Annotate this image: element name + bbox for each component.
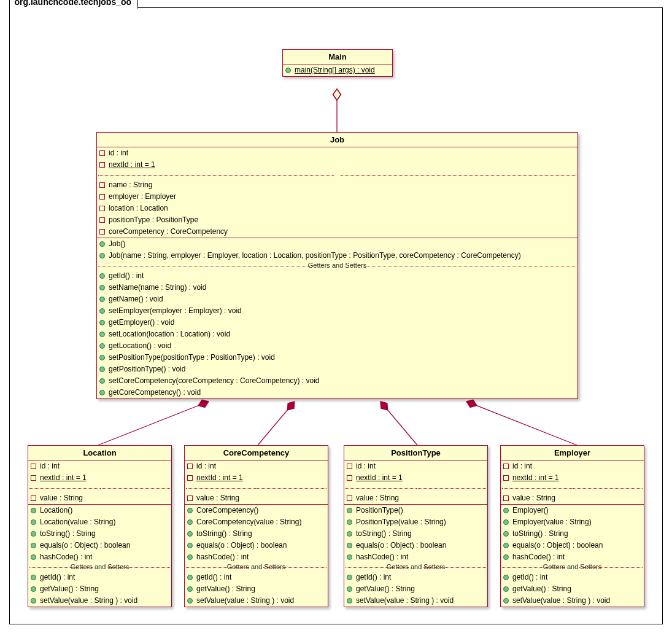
class-employer: Employerid : intnextId : int = 1value : … <box>500 445 644 607</box>
fields-section: id : intnextId : int = 1name : Stringemp… <box>97 147 577 238</box>
method-text: toString() : String <box>40 529 96 539</box>
method-row: toString() : String <box>28 528 171 540</box>
separator-label: Getters and Setters <box>306 262 369 269</box>
method-text: getValue() : String <box>196 584 255 594</box>
method-text: getCoreCompetency() : void <box>109 387 201 398</box>
method-row: equals(o : Object) : boolean <box>501 540 644 551</box>
private-field-icon <box>99 206 105 211</box>
method-text: setValue(value : String ) : void <box>40 596 137 606</box>
public-method-icon <box>347 598 352 604</box>
method-text: main(String[] args) : void <box>295 65 375 76</box>
private-field-icon <box>187 495 193 501</box>
public-method-icon <box>31 575 36 580</box>
method-text: getId() : int <box>109 271 144 281</box>
section-separator: Getters and Setters <box>344 563 487 572</box>
section-separator <box>501 484 644 492</box>
public-method-icon <box>187 598 193 604</box>
method-text: equals(o : Object) : boolean <box>196 540 287 551</box>
method-row: setValue(value : String ) : void <box>28 595 171 607</box>
field-text: id : int <box>40 461 60 472</box>
field-row: id : int <box>97 147 577 159</box>
method-text: getValue() : String <box>40 584 99 594</box>
methods-section: Job()Job(name : String, employer : Emplo… <box>97 238 577 398</box>
method-text: Location() <box>40 505 72 516</box>
method-text: getValue() : String <box>512 584 571 594</box>
method-text: Employer() <box>512 505 549 516</box>
private-field-icon <box>347 495 352 501</box>
fields-section: id : intnextId : int = 1value : String <box>501 460 644 505</box>
class-main: Main main(String[] args) : void <box>282 49 393 77</box>
method-row: setName(name : String) : void <box>97 282 577 293</box>
uml-diagram: org.launchcode.techjobs_oo Main main(Str… <box>0 0 672 633</box>
private-field-icon <box>31 464 36 469</box>
method-row: Employer(value : String) <box>501 516 644 528</box>
field-row: value : String <box>501 492 644 504</box>
method-row: hashCode() : int <box>344 551 487 563</box>
method-text: equals(o : Object) : boolean <box>512 540 603 551</box>
public-method-icon <box>31 598 36 604</box>
public-method-icon <box>99 367 105 372</box>
method-row: setValue(value : String ) : void <box>344 595 487 607</box>
section-separator: Getters and Setters <box>28 563 171 572</box>
fields-section: id : intnextId : int = 1value : String <box>185 460 328 505</box>
method-row: main(String[] args) : void <box>283 64 392 76</box>
method-text: Job(name : String, employer : Employer, … <box>109 250 521 261</box>
public-method-icon <box>503 531 509 537</box>
class-positiontype: PositionTypeid : intnextId : int = 1valu… <box>344 445 488 607</box>
field-row: id : int <box>501 460 644 472</box>
class-title: Job <box>97 133 577 147</box>
public-method-icon <box>99 273 105 279</box>
field-row: coreCompetency : CoreCompetency <box>97 226 577 238</box>
method-row: PositionType() <box>344 505 487 516</box>
field-row: value : String <box>344 492 487 504</box>
class-title: PositionType <box>344 446 487 460</box>
section-separator <box>344 484 487 492</box>
public-method-icon <box>99 297 105 302</box>
field-row: nextId : int = 1 <box>97 159 577 171</box>
method-row: toString() : String <box>185 528 328 540</box>
method-row: hashCode() : int <box>501 551 644 563</box>
public-method-icon <box>503 519 509 525</box>
public-method-icon <box>187 586 193 592</box>
method-text: toString() : String <box>512 529 568 539</box>
section-separator: Getters and Setters <box>501 563 644 572</box>
private-field-icon <box>187 464 193 469</box>
public-method-icon <box>503 586 509 592</box>
field-text: nextId : int = 1 <box>196 473 243 483</box>
method-row: setValue(value : String ) : void <box>185 595 328 607</box>
field-text: coreCompetency : CoreCompetency <box>109 227 228 237</box>
public-method-icon <box>99 332 105 337</box>
method-row: setPositionType(positionType : PositionT… <box>97 352 577 363</box>
public-method-icon <box>347 531 352 537</box>
public-method-icon <box>187 554 193 560</box>
method-row: setEmployer(employer : Employer) : void <box>97 305 577 317</box>
method-row: getId() : int <box>344 572 487 583</box>
method-text: getPositionType() : void <box>109 364 185 375</box>
method-row: getName() : void <box>97 293 577 305</box>
public-method-icon <box>31 554 36 560</box>
private-field-icon <box>99 182 105 188</box>
private-field-icon <box>31 475 36 481</box>
private-field-icon <box>187 475 193 481</box>
field-row: employer : Employer <box>97 191 577 203</box>
public-method-icon <box>503 575 509 580</box>
method-text: getEmployer() : void <box>109 317 174 328</box>
private-field-icon <box>99 162 105 168</box>
method-text: setValue(value : String ) : void <box>196 596 294 606</box>
class-location: Locationid : intnextId : int = 1value : … <box>28 445 172 607</box>
field-text: employer : Employer <box>109 192 176 202</box>
method-text: getId() : int <box>512 572 547 583</box>
method-row: setCoreCompetency(coreCompetency : CoreC… <box>97 375 577 387</box>
method-row: getEmployer() : void <box>97 317 577 328</box>
field-row: nextId : int = 1 <box>185 472 328 484</box>
field-text: value : String <box>196 493 239 503</box>
method-row: setLocation(location : Location) : void <box>97 328 577 340</box>
class-title: Employer <box>501 446 644 460</box>
public-method-icon <box>187 531 193 537</box>
method-text: PositionType(value : String) <box>356 517 446 527</box>
method-row: getLocation() : void <box>97 340 577 352</box>
public-method-icon <box>31 586 36 592</box>
field-row: nextId : int = 1 <box>28 472 171 484</box>
public-method-icon <box>31 543 36 548</box>
method-row: toString() : String <box>344 528 487 540</box>
